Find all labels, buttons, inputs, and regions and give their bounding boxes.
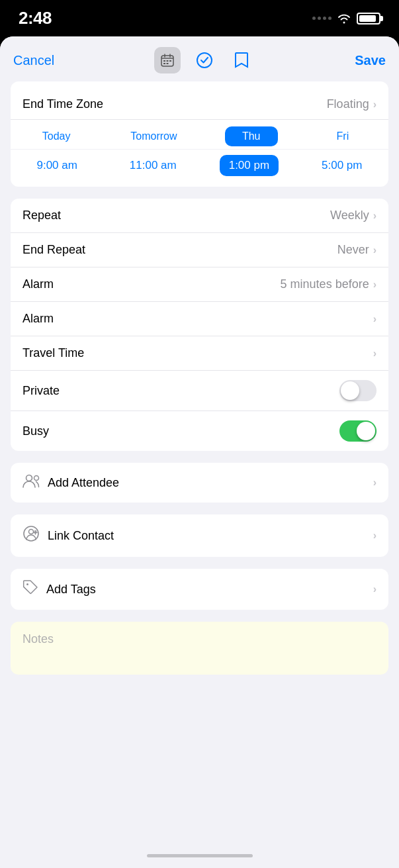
link-contact-row[interactable]: Link Contact › (11, 514, 388, 557)
svg-rect-1 (163, 60, 165, 62)
alarm1-value-group: 5 minutes before › (281, 277, 377, 291)
check-circle-icon (196, 52, 213, 69)
alarm1-value: 5 minutes before (281, 277, 369, 291)
svg-point-7 (26, 475, 32, 481)
bookmark-icon (234, 52, 249, 69)
alarm1-chevron: › (373, 279, 377, 291)
link-contact-icon (22, 525, 40, 546)
status-bar: 2:48 (0, 0, 399, 36)
end-repeat-label: End Repeat (22, 243, 85, 257)
repeat-value: Weekly (330, 209, 369, 222)
link-contact-left: Link Contact (22, 525, 114, 546)
alarm1-row[interactable]: Alarm 5 minutes before › (11, 267, 388, 302)
add-tags-chevron: › (373, 583, 377, 595)
end-time-zone-label: End Time Zone (22, 97, 103, 111)
end-time-zone-chevron: › (373, 99, 377, 111)
time-item-11am[interactable]: 11:00 am (120, 155, 186, 176)
repeat-value-group: Weekly › (330, 209, 377, 222)
time-item-9am-label: 9:00 am (36, 159, 77, 172)
date-item-tomorrow[interactable]: Tomorrow (121, 126, 186, 146)
alarm2-chevron: › (373, 313, 377, 325)
link-contact-chevron: › (373, 530, 377, 542)
save-button[interactable]: Save (355, 53, 386, 68)
date-item-today-label: Today (42, 130, 71, 142)
end-repeat-row[interactable]: End Repeat Never › (11, 233, 388, 267)
svg-point-6 (197, 53, 212, 68)
private-row: Private (11, 371, 388, 411)
time-scroll-row: 9:00 am 11:00 am 1:00 pm 5:00 pm (11, 150, 388, 179)
add-attendee-left: Add Attendee (22, 473, 119, 492)
alarm2-value-group: › (373, 313, 377, 325)
time-item-5pm-label: 5:00 pm (322, 159, 362, 172)
check-circle-button[interactable] (191, 47, 218, 73)
scroll-content: End Time Zone Floating › Today Tomorrow … (0, 81, 399, 847)
notes-card[interactable]: Notes (11, 622, 388, 675)
travel-time-row[interactable]: Travel Time › (11, 336, 388, 371)
private-label: Private (22, 384, 60, 398)
cancel-button[interactable]: Cancel (13, 53, 54, 68)
settings-section: Repeat Weekly › End Repeat Never › Alarm… (11, 199, 388, 451)
add-tags-label: Add Tags (46, 583, 96, 597)
time-item-5pm[interactable]: 5:00 pm (312, 155, 371, 176)
tag-icon (22, 579, 38, 599)
busy-row: Busy (11, 411, 388, 451)
add-tags-row[interactable]: Add Tags › (11, 569, 388, 610)
time-item-1pm-label: 1:00 pm (229, 159, 269, 172)
date-item-tomorrow-label: Tomorrow (130, 130, 177, 142)
calendar-view-button[interactable] (154, 47, 181, 73)
main-card: Cancel (0, 36, 399, 868)
nav-icons (154, 47, 255, 73)
status-time: 2:48 (19, 8, 52, 28)
private-toggle[interactable] (339, 380, 377, 401)
end-time-zone-row[interactable]: End Time Zone Floating › (11, 89, 388, 120)
svg-point-8 (34, 476, 39, 481)
time-item-9am[interactable]: 9:00 am (27, 155, 86, 176)
home-bar (147, 854, 253, 857)
date-item-thu-label: Thu (242, 130, 261, 142)
alarm2-label: Alarm (22, 312, 54, 326)
end-repeat-value-group: Never › (337, 243, 377, 257)
repeat-chevron: › (373, 210, 377, 222)
attendee-icon (22, 473, 40, 492)
end-time-zone-value-group: Floating › (327, 97, 377, 111)
busy-label: Busy (22, 424, 49, 438)
status-icons (312, 13, 380, 24)
calendar-icon (160, 53, 175, 68)
nav-bar: Cancel (0, 36, 399, 81)
svg-rect-2 (167, 60, 169, 62)
alarm2-row[interactable]: Alarm › (11, 302, 388, 336)
battery-icon (357, 13, 380, 24)
add-attendee-chevron: › (373, 477, 377, 489)
add-tags-left: Add Tags (22, 579, 96, 599)
time-item-11am-label: 11:00 am (130, 159, 177, 172)
link-contact-label: Link Contact (48, 529, 114, 543)
end-time-zone-value: Floating (327, 97, 369, 111)
bookmark-button[interactable] (228, 47, 255, 73)
date-scroll-row: Today Tomorrow Thu Fri (11, 120, 388, 150)
repeat-row[interactable]: Repeat Weekly › (11, 199, 388, 233)
home-indicator (0, 847, 399, 868)
date-item-fri[interactable]: Fri (316, 126, 369, 146)
date-item-today[interactable]: Today (30, 126, 83, 146)
signal-dots-icon (312, 17, 332, 20)
date-item-thu[interactable]: Thu (225, 126, 278, 146)
travel-time-value-group: › (373, 348, 377, 360)
add-attendee-row[interactable]: Add Attendee › (11, 463, 388, 503)
svg-rect-4 (163, 63, 165, 64)
time-item-1pm[interactable]: 1:00 pm (220, 155, 279, 176)
svg-point-10 (29, 530, 34, 534)
busy-toggle[interactable] (339, 420, 377, 442)
private-toggle-knob (341, 381, 359, 400)
wifi-icon (337, 13, 351, 24)
travel-time-chevron: › (373, 348, 377, 360)
svg-rect-3 (169, 60, 171, 62)
end-repeat-value: Never (337, 243, 369, 257)
svg-point-12 (26, 583, 28, 585)
travel-time-label: Travel Time (22, 346, 84, 360)
add-attendee-label: Add Attendee (48, 476, 119, 490)
date-item-fri-label: Fri (337, 130, 349, 142)
alarm1-label: Alarm (22, 277, 54, 291)
svg-rect-5 (167, 63, 169, 64)
busy-toggle-knob (357, 422, 375, 440)
end-repeat-chevron: › (373, 244, 377, 256)
